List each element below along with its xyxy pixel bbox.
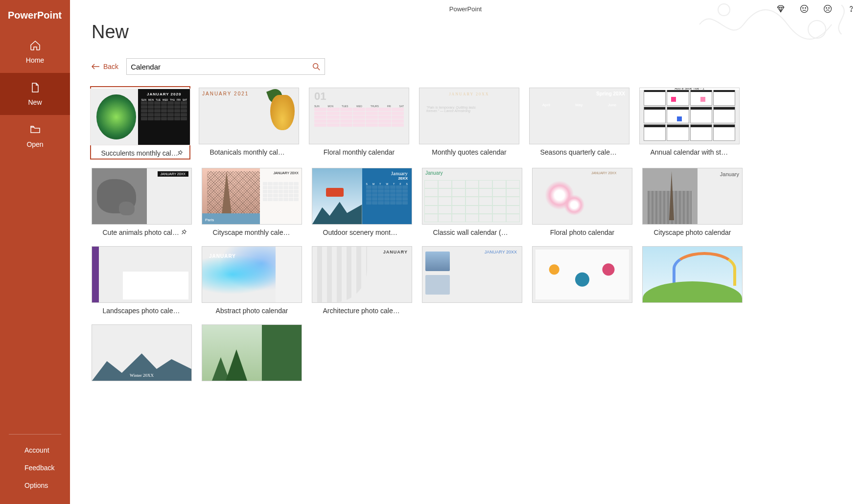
template-label-row (422, 303, 522, 307)
template-item[interactable]: JANUARY 20XXFloral photo calendar (532, 168, 632, 236)
template-label: Succulents monthly calen… (101, 149, 180, 157)
sidebar-item-new[interactable]: New (0, 73, 70, 115)
sidebar-item-account[interactable]: Account (0, 441, 70, 459)
template-item[interactable]: JanuaryClassic wall calendar (Mon… (422, 168, 522, 236)
template-label: Outdoor scenery monthly… (323, 229, 401, 236)
template-item[interactable]: JANUARY 2021Botanicals monthly calendar (199, 88, 299, 158)
template-label-row: Classic wall calendar (Mon… (422, 225, 522, 236)
template-label-row: Cityscape monthly calendar (202, 225, 302, 236)
template-label-row: Abstract photo calendar (202, 303, 302, 315)
template-label-row (92, 381, 192, 385)
template-item[interactable]: JANUARYAbstract photo calendar (202, 246, 302, 315)
template-item[interactable]: Landscapes photo calendar (92, 246, 192, 315)
template-item[interactable]: Spring 20XXAprilMayJuneSeasons quarterly… (529, 88, 629, 158)
back-arrow-icon (92, 64, 99, 69)
template-item[interactable]: 01SUNMONTUESWEDTHURSFRISATFloral monthly… (309, 88, 409, 158)
back-label: Back (103, 63, 118, 70)
template-search-input[interactable] (131, 63, 312, 71)
sidebar-divider (9, 434, 61, 435)
template-label-row (642, 303, 743, 307)
sidebar-label-open: Open (26, 140, 43, 148)
template-label: Architecture photo calendar (323, 307, 401, 315)
template-label-row: Annual calendar with stick… (639, 144, 740, 156)
template-item[interactable] (202, 324, 302, 385)
template-item[interactable]: JanuaryCityscape photo calendar (642, 168, 743, 236)
template-item[interactable]: Winter 20XX (92, 324, 192, 385)
sidebar-item-home[interactable]: Home (0, 31, 70, 73)
template-label-row: Architecture photo calendar (312, 303, 412, 315)
template-item[interactable]: JANUARY 2020SUNMONTUEWEDTHUFRISATSuccule… (90, 86, 190, 160)
home-icon (28, 40, 42, 51)
template-label-row: Floral photo calendar (532, 225, 632, 236)
template-item[interactable]: ParisJANUARY 20XXCityscape monthly calen… (202, 168, 302, 236)
sidebar-bottom: Account Feedback Options (0, 429, 70, 504)
template-label: Abstract photo calendar (216, 307, 288, 315)
template-label: Cute animals photo calen… (103, 229, 181, 236)
template-item[interactable]: JANUARY 20XXCute animals photo calen… (92, 168, 192, 236)
template-label: Landscapes photo calendar (103, 307, 181, 315)
back-button[interactable]: Back (92, 63, 118, 70)
template-item[interactable] (642, 246, 743, 315)
template-label-row: Cityscape photo calendar (642, 225, 743, 236)
template-grid: JANUARY 2020SUNMONTUEWEDTHUFRISATSuccule… (92, 88, 841, 385)
template-label: Botanicals monthly calendar (210, 148, 288, 156)
template-label-row: Floral monthly calendar (309, 144, 409, 156)
template-label-row: Botanicals monthly calendar (199, 144, 299, 156)
search-icon[interactable] (312, 62, 321, 71)
template-label: Annual calendar with stick… (651, 148, 729, 156)
template-label: Floral photo calendar (550, 229, 615, 236)
template-label-row (532, 303, 632, 307)
svg-point-9 (313, 64, 318, 69)
template-item[interactable]: JANUARY 20XX"Pain is temporary. Quitting… (419, 88, 519, 158)
backstage-main: New Back JANUARY 2020SUNMONTUEWEDTHUFRIS… (70, 0, 861, 504)
sidebar-item-open[interactable]: Open (0, 115, 70, 157)
template-item[interactable] (532, 246, 632, 315)
template-label-row (202, 381, 302, 385)
template-label-row: Landscapes photo calendar (92, 303, 192, 315)
template-item[interactable]: JANUARYArchitecture photo calendar (312, 246, 412, 315)
sidebar-item-feedback[interactable]: Feedback (0, 459, 70, 477)
backstage-sidebar: PowerPoint Home New Open Account Feedbac… (0, 0, 70, 504)
template-search-box[interactable] (126, 58, 325, 75)
template-label-row: Outdoor scenery monthly… (312, 225, 412, 236)
template-label-row: Succulents monthly calen… (93, 145, 188, 157)
sidebar-label-home: Home (26, 56, 44, 64)
template-label-row: Monthly quotes calendar (419, 144, 519, 156)
search-row: Back (92, 58, 841, 75)
sidebar-item-options[interactable]: Options (0, 477, 70, 494)
template-label: Monthly quotes calendar (432, 148, 507, 156)
template-label-row: Cute animals photo calen… (92, 225, 192, 236)
template-label: Floral monthly calendar (324, 148, 395, 156)
folder-open-icon (28, 124, 42, 136)
page-title: New (92, 22, 841, 43)
template-label: Cityscape photo calendar (654, 229, 731, 236)
template-item[interactable]: JANUARY 20XX (422, 246, 522, 315)
pin-icon[interactable] (176, 150, 183, 157)
template-label-row: Seasons quarterly calendar (529, 144, 629, 156)
sidebar-label-new: New (28, 98, 42, 106)
new-document-icon (28, 82, 42, 93)
template-label: Cityscape monthly calendar (213, 229, 291, 236)
template-item[interactable]: January20XXSMTWTFSOutdoor scenery monthl… (312, 168, 412, 236)
app-brand: PowerPoint (0, 0, 70, 31)
pin-icon[interactable] (180, 229, 187, 236)
template-label: Seasons quarterly calendar (540, 148, 619, 156)
template-label: Classic wall calendar (Mon… (433, 229, 512, 236)
template-item[interactable]: Add a Slide Title - 1Annual calendar wit… (639, 88, 740, 158)
